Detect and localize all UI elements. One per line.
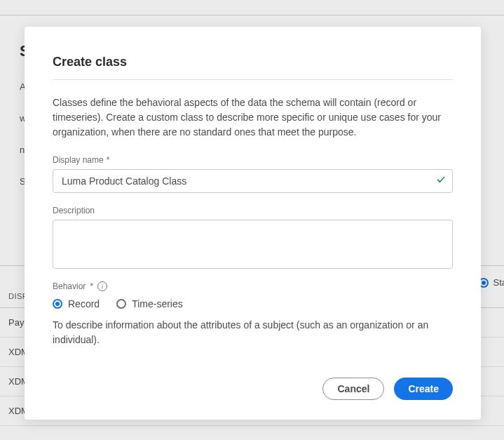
display-name-input[interactable] bbox=[53, 169, 453, 193]
dialog-title: Create class bbox=[53, 55, 453, 80]
radio-selected-icon bbox=[53, 299, 62, 309]
behavior-label: Behavior * i bbox=[53, 281, 453, 291]
behavior-radio-group: Record Time-series bbox=[53, 298, 453, 309]
create-button[interactable]: Create bbox=[394, 378, 453, 400]
radio-label: Time-series bbox=[132, 298, 183, 309]
dialog-footer: Cancel Create bbox=[53, 378, 453, 400]
radio-label: Record bbox=[68, 298, 100, 309]
radio-time-series[interactable]: Time-series bbox=[116, 298, 183, 309]
required-asterisk-icon: * bbox=[90, 281, 93, 291]
required-asterisk-icon: * bbox=[107, 155, 110, 165]
display-name-field-wrap bbox=[53, 169, 453, 193]
dialog-description: Classes define the behavioral aspects of… bbox=[53, 95, 453, 140]
checkmark-icon bbox=[436, 175, 446, 187]
description-label: Description bbox=[53, 206, 453, 215]
display-name-label: Display name * bbox=[53, 155, 453, 165]
create-class-dialog: Create class Classes define the behavior… bbox=[25, 27, 481, 420]
label-text: Behavior bbox=[53, 281, 86, 291]
info-icon[interactable]: i bbox=[97, 281, 107, 291]
label-text: Description bbox=[53, 206, 95, 215]
description-input[interactable] bbox=[53, 220, 453, 269]
label-text: Display name bbox=[53, 155, 104, 165]
cancel-button[interactable]: Cancel bbox=[322, 378, 384, 400]
behavior-help-text: To describe information about the attrib… bbox=[53, 318, 453, 347]
radio-record[interactable]: Record bbox=[53, 298, 100, 309]
radio-unselected-icon bbox=[116, 299, 126, 309]
